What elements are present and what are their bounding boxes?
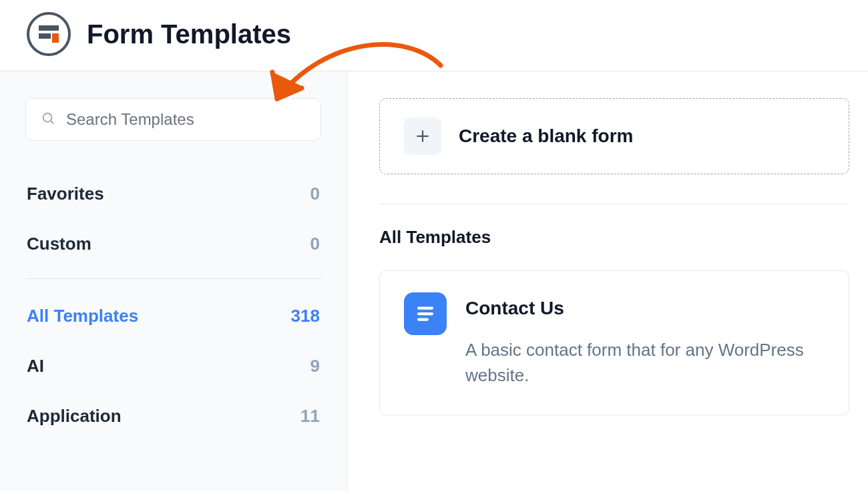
- main-content: Create a blank form All Templates Contac…: [347, 71, 868, 491]
- create-blank-form-label: Create a blank form: [459, 126, 633, 147]
- page-title: Form Templates: [87, 19, 291, 49]
- template-description: A basic contact form that for any WordPr…: [465, 338, 825, 388]
- search-input[interactable]: [65, 109, 306, 130]
- sidebar-item-ai[interactable]: AI 9: [25, 341, 321, 391]
- sidebar-item-all-templates[interactable]: All Templates 318: [25, 291, 321, 341]
- sidebar-divider: [25, 278, 321, 279]
- section-divider: [379, 204, 849, 204]
- svg-point-0: [43, 113, 52, 122]
- sidebar-item-favorites[interactable]: Favorites 0: [25, 169, 321, 219]
- section-title: All Templates: [379, 227, 849, 248]
- template-title: Contact Us: [465, 298, 825, 319]
- sidebar-item-label: Favorites: [27, 184, 104, 204]
- sidebar-item-label: AI: [27, 356, 44, 377]
- sidebar-item-label: Application: [27, 406, 122, 427]
- sidebar-item-custom[interactable]: Custom 0: [25, 219, 321, 269]
- sidebar: Favorites 0 Custom 0 All Templates 318 A…: [0, 71, 347, 491]
- sidebar-item-count: 318: [291, 306, 320, 326]
- sidebar-item-label: All Templates: [27, 306, 138, 326]
- sidebar-item-count: 0: [310, 184, 320, 204]
- template-card-contact-us[interactable]: Contact Us A basic contact form that for…: [379, 270, 849, 415]
- page-header: Form Templates: [0, 0, 868, 71]
- search-input-wrapper[interactable]: [25, 98, 321, 141]
- create-blank-form-button[interactable]: Create a blank form: [379, 98, 849, 174]
- svg-line-1: [51, 121, 53, 123]
- plus-icon: [404, 117, 441, 155]
- sidebar-item-label: Custom: [27, 234, 91, 254]
- app-logo-icon: [27, 12, 71, 56]
- sidebar-item-application[interactable]: Application 11: [25, 391, 321, 441]
- sidebar-item-count: 11: [300, 406, 320, 427]
- sidebar-item-count: 9: [310, 356, 320, 377]
- form-icon: [404, 292, 447, 335]
- sidebar-item-count: 0: [310, 234, 320, 254]
- search-icon: [41, 111, 55, 128]
